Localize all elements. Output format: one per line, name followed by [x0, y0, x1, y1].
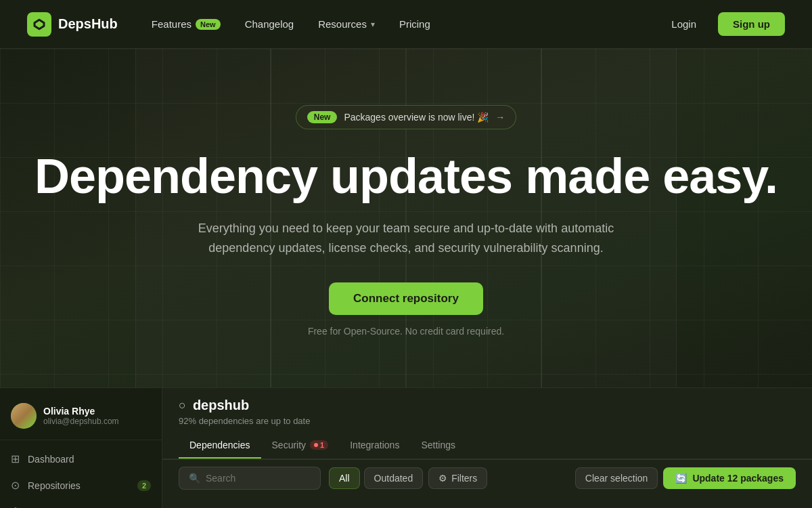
nav-link-pricing[interactable]: Pricing: [390, 13, 440, 35]
hero-title: Dependency updates made easy.: [35, 151, 777, 203]
connect-repository-button[interactable]: Connect repository: [329, 282, 483, 315]
update-label: Update 12 packages: [692, 473, 784, 484]
logo-icon: [27, 12, 51, 37]
repositories-icon: ⊙: [11, 479, 20, 492]
search-icon: 🔍: [189, 473, 200, 484]
update-icon: 🔄: [675, 473, 687, 484]
nav-pricing-label: Pricing: [399, 18, 430, 30]
dashboard-section: Olivia Rhye olivia@depshub.com ⊞ Dashboa…: [0, 387, 812, 508]
security-dot: [314, 443, 318, 447]
tabs: Dependencies Security 1 Integrations Set…: [179, 434, 796, 459]
hero-note: Free for Open-Source. No credit card req…: [308, 326, 504, 337]
nav-features-label: Features: [152, 18, 191, 30]
search-input[interactable]: 🔍 Search: [179, 467, 321, 490]
announcement-arrow: →: [495, 112, 505, 123]
chevron-down-icon: ▾: [371, 20, 375, 29]
sidebar-dashboard-label: Dashboard: [28, 454, 74, 465]
repo-stat-text: 92% dependencies are up to date: [179, 416, 310, 426]
sidebar: Olivia Rhye olivia@depshub.com ⊞ Dashboa…: [0, 388, 162, 508]
user-email: olivia@depshub.com: [43, 417, 119, 426]
sidebar-item-repositories[interactable]: ⊙ Repositories 2: [0, 472, 162, 499]
nav-link-changelog[interactable]: Changelog: [235, 13, 304, 35]
security-badge: 1: [310, 440, 328, 450]
packages-icon: ⬡: [11, 505, 20, 508]
bottom-toolbar: 🔍 Search All Outdated ⚙ Filters Clear se…: [162, 459, 812, 496]
hero-card-1: [135, 49, 271, 387]
logo-text: DepsHub: [58, 16, 118, 32]
update-packages-button[interactable]: 🔄 Update 12 packages: [663, 467, 796, 489]
tab-dependencies[interactable]: Dependencies: [179, 434, 261, 459]
filter-outdated-button[interactable]: Outdated: [364, 467, 424, 489]
avatar-image: [11, 403, 37, 429]
sidebar-item-dashboard[interactable]: ⊞ Dashboard: [0, 446, 162, 472]
filter-all-button[interactable]: All: [329, 467, 360, 489]
hero-card-2: [271, 49, 406, 387]
main-content: ○ depshub 92% dependencies are up to dat…: [162, 388, 812, 508]
dashboard-icon: ⊞: [11, 452, 20, 465]
nav-changelog-label: Changelog: [245, 18, 294, 30]
login-button[interactable]: Login: [658, 12, 710, 36]
nav-link-resources[interactable]: Resources ▾: [309, 13, 384, 35]
filter-group: All Outdated: [329, 467, 423, 489]
tab-settings-label: Settings: [421, 440, 455, 450]
tab-settings[interactable]: Settings: [410, 434, 466, 459]
hero-subtitle: Everything you need to keep your team se…: [169, 219, 643, 258]
hero-bg-cards: [0, 49, 812, 387]
user-details: Olivia Rhye olivia@depshub.com: [43, 406, 119, 426]
security-badge-count: 1: [320, 441, 324, 449]
repo-name: depshub: [193, 398, 249, 413]
tab-integrations[interactable]: Integrations: [339, 434, 410, 459]
hero-section: New Packages overview is now live! 🎉 → D…: [0, 49, 812, 387]
hero-card-4: [541, 49, 677, 387]
announcement-pill[interactable]: New Packages overview is now live! 🎉 →: [296, 105, 517, 129]
filters-label: Filters: [451, 473, 477, 484]
navigation: DepsHub Features New Changelog Resources…: [0, 0, 812, 49]
repo-stat: 92% dependencies are up to date: [179, 416, 796, 426]
filters-button[interactable]: ⚙ Filters: [428, 467, 487, 489]
hero-card-3: [406, 49, 541, 387]
nav-link-features[interactable]: Features New: [142, 13, 230, 35]
nav-resources-label: Resources: [318, 18, 367, 30]
user-info: Olivia Rhye olivia@depshub.com: [0, 399, 162, 440]
tab-security[interactable]: Security 1: [261, 434, 340, 459]
search-placeholder: Search: [206, 473, 235, 484]
announcement-badge: New: [307, 111, 338, 123]
filters-icon: ⚙: [438, 473, 447, 484]
sidebar-repositories-label: Repositories: [28, 480, 81, 491]
signup-button[interactable]: Sign up: [718, 12, 785, 36]
logo[interactable]: DepsHub: [27, 12, 118, 37]
tab-integrations-label: Integrations: [350, 440, 399, 450]
tab-dependencies-label: Dependencies: [189, 440, 250, 450]
repo-header: ○ depshub 92% dependencies are up to dat…: [162, 388, 812, 459]
sidebar-item-packages[interactable]: ⬡ Packages: [0, 499, 162, 508]
repositories-badge: 2: [137, 480, 151, 491]
tab-security-label: Security: [272, 440, 307, 450]
announcement-text: Packages overview is now live! 🎉: [344, 112, 489, 123]
nav-features-badge: New: [196, 19, 221, 30]
user-name: Olivia Rhye: [43, 406, 119, 417]
nav-right: Login Sign up: [658, 12, 785, 36]
nav-links: Features New Changelog Resources ▾ Prici…: [142, 13, 440, 35]
clear-selection-button[interactable]: Clear selection: [575, 467, 658, 489]
repo-circle-icon: ○: [179, 398, 186, 412]
repo-name-row: ○ depshub: [179, 398, 796, 413]
avatar: [11, 403, 37, 429]
nav-left: DepsHub Features New Changelog Resources…: [27, 12, 440, 37]
